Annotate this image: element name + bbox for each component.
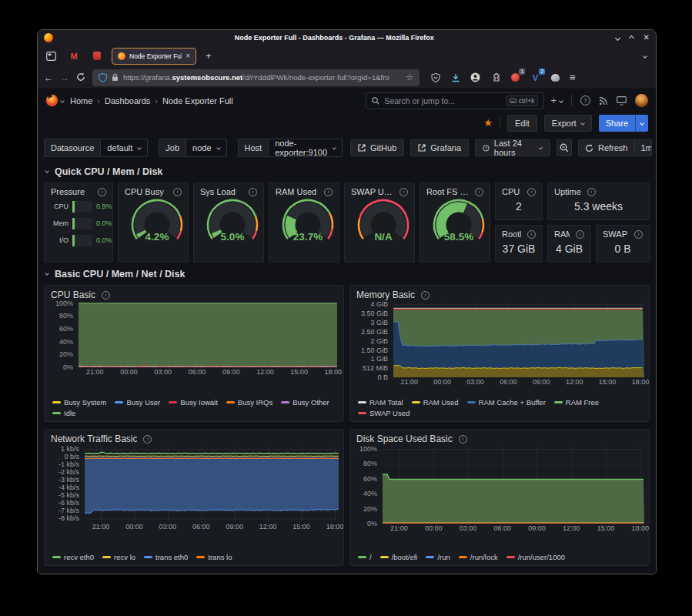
account-icon[interactable] [470, 72, 481, 83]
legend-item[interactable]: recv eth0 [52, 553, 94, 561]
extension-vimium-icon[interactable]: V 2 [530, 72, 541, 83]
legend-item[interactable]: Busy Iowait [169, 398, 218, 407]
extension-paw-icon[interactable] [550, 72, 561, 83]
url-bar[interactable]: https://grafana.systemsobscure.net/d/rYd… [92, 69, 420, 86]
legend-swatch [506, 556, 515, 558]
panel-root-fs-used: Root FS Usedi 58.5% [420, 182, 490, 263]
extension-red-icon[interactable]: 1 [510, 72, 521, 83]
info-icon[interactable]: i [634, 230, 643, 239]
edit-button[interactable]: Edit [507, 115, 537, 132]
firefox-view-icon[interactable] [42, 49, 59, 64]
tab-close-icon[interactable]: × [186, 52, 190, 60]
legend-item[interactable]: /run [426, 553, 450, 561]
info-icon[interactable]: i [324, 188, 333, 196]
monitor-icon[interactable] [617, 96, 627, 105]
legend-item[interactable]: /boot/efi [380, 553, 418, 561]
legend-item[interactable]: SWAP Used [358, 409, 410, 417]
disk-space-chart[interactable]: 0%20%40%60%80%100%21:0000:0003:0006:0009… [356, 447, 643, 561]
panel-title: Uptime [554, 187, 581, 196]
legend-label: trans eth0 [155, 553, 188, 561]
variable-host: Host node-exporter:9100 [238, 139, 343, 157]
extensions-puzzle-icon[interactable] [490, 72, 501, 83]
maximize-button[interactable] [629, 35, 634, 40]
close-window-button[interactable]: ✕ [644, 34, 650, 42]
info-icon[interactable]: i [459, 435, 467, 444]
network-traffic-chart[interactable]: 1 kb/s0 b/s-1 kb/s-2 kb/s-3 kb/s-4 kb/s-… [51, 447, 337, 561]
forward-button[interactable]: → [60, 72, 69, 83]
job-select[interactable]: node [186, 139, 226, 157]
info-icon[interactable]: i [98, 188, 106, 196]
info-icon[interactable]: i [421, 291, 430, 300]
memory-basic-chart[interactable]: 0 B512 MiB1 GiB1.50 GiB2 GiB2.50 GiB3 Gi… [356, 303, 643, 417]
minimize-button[interactable] [615, 35, 620, 40]
legend-item[interactable]: Busy IRQs [226, 398, 272, 407]
dashboard-actions: ★ Edit Export Share [38, 112, 656, 134]
info-icon[interactable]: i [143, 435, 152, 444]
list-all-tabs-icon[interactable] [643, 54, 647, 59]
search-input[interactable]: Search or jump to... ctrl+k [366, 92, 544, 109]
info-icon[interactable]: i [399, 188, 408, 196]
menu-hamburger-icon[interactable]: ≡ [570, 72, 576, 83]
info-icon[interactable]: i [475, 188, 483, 196]
new-tab-button[interactable]: + [202, 50, 215, 62]
legend-item[interactable]: Busy System [52, 398, 106, 407]
export-button[interactable]: Export [544, 115, 592, 132]
info-icon[interactable]: i [249, 188, 257, 196]
pinned-tab-gmail[interactable]: M [65, 49, 82, 64]
legend-swatch [102, 556, 111, 558]
reload-button[interactable] [76, 71, 85, 85]
legend-item[interactable]: trans lo [196, 553, 232, 561]
svg-text:5.0%: 5.0% [221, 231, 245, 243]
x-tick-label: 00:00 [431, 378, 454, 386]
legend-item[interactable]: Busy User [115, 398, 160, 407]
back-button[interactable]: ← [44, 72, 53, 83]
breadcrumb-home[interactable]: Home [70, 96, 92, 105]
window-titlebar[interactable]: Node Exporter Full - Dashboards - Grafan… [38, 30, 656, 45]
host-select[interactable]: node-exporter:9100 [268, 139, 343, 157]
pinned-tab-red-app[interactable] [89, 49, 105, 64]
share-dropdown[interactable] [635, 115, 648, 132]
legend-item[interactable]: trans eth0 [144, 553, 188, 561]
info-icon[interactable]: i [587, 188, 596, 196]
info-icon[interactable]: i [102, 291, 110, 300]
share-button[interactable]: Share [599, 115, 648, 132]
legend-item[interactable]: Idle [52, 409, 75, 417]
pocket-shield-icon[interactable] [430, 72, 441, 83]
legend-item[interactable]: RAM Cache + Buffer [467, 398, 546, 407]
legend-item[interactable]: RAM Used [412, 398, 459, 407]
time-range-picker[interactable]: Last 24 hours [475, 139, 550, 156]
legend-item[interactable]: /run/lock [459, 553, 498, 561]
user-avatar[interactable] [635, 94, 648, 107]
legend-item[interactable]: RAM Free [554, 398, 599, 407]
news-rss-icon[interactable] [599, 96, 608, 105]
info-icon[interactable]: i [527, 230, 536, 239]
legend-item[interactable]: Busy Other [281, 398, 329, 407]
breadcrumb-dashboards[interactable]: Dashboards [105, 96, 150, 105]
bookmark-star-icon[interactable]: ☆ [406, 72, 413, 82]
grafana-link-button[interactable]: Grafana [410, 139, 469, 156]
breadcrumb-separator: › [155, 96, 158, 105]
section-basic-cpu-mem-net-disk[interactable]: Basic CPU / Mem / Net / Disk [38, 263, 656, 283]
info-icon[interactable]: i [173, 188, 182, 196]
legend-item[interactable]: /run/user/1000 [506, 553, 565, 561]
datasource-select[interactable]: default [100, 139, 148, 157]
grafana-logo[interactable] [45, 94, 64, 107]
active-tab[interactable]: Node Exporter Full - Dashbo × [112, 48, 196, 65]
cpu-basic-chart[interactable]: 0%20%40%60%80%100%21:0000:0003:0006:0009… [51, 303, 337, 417]
section-quick-cpu-mem-disk[interactable]: Quick CPU / Mem / Disk [38, 160, 656, 181]
divider [571, 95, 572, 106]
favorite-star-icon[interactable]: ★ [483, 117, 493, 129]
legend-item[interactable]: recv lo [102, 553, 135, 561]
legend-item[interactable]: RAM Total [358, 398, 403, 407]
info-icon[interactable]: i [527, 188, 536, 196]
refresh-button[interactable]: Refresh [579, 140, 634, 156]
tracking-protection-shield-icon[interactable] [99, 73, 107, 82]
legend-item[interactable]: / [358, 553, 372, 561]
refresh-interval-select[interactable]: 1m [634, 140, 653, 156]
add-button[interactable]: + [550, 95, 563, 106]
help-icon[interactable]: ? [580, 95, 590, 105]
github-link-button[interactable]: GitHub [350, 139, 404, 156]
zoom-out-button[interactable] [557, 139, 572, 156]
info-icon[interactable]: i [576, 230, 584, 239]
downloads-icon[interactable] [450, 72, 461, 83]
